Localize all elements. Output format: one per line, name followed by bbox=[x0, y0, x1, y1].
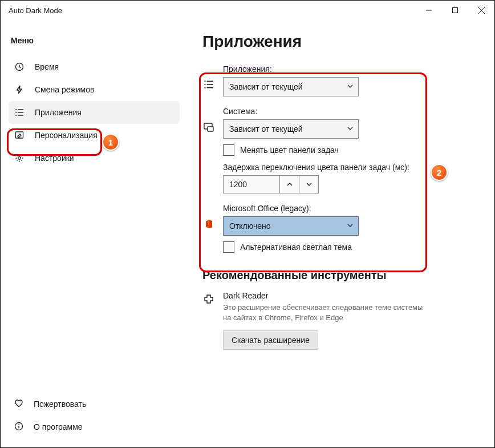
sidebar-item-label: Настройки bbox=[35, 154, 74, 163]
sidebar-item-settings[interactable]: Настройки bbox=[9, 147, 180, 169]
svg-rect-23 bbox=[208, 127, 213, 131]
svg-rect-10 bbox=[18, 115, 23, 115]
step-down-button[interactable] bbox=[299, 175, 319, 193]
svg-rect-21 bbox=[207, 87, 213, 88]
minimize-button[interactable] bbox=[416, 1, 442, 20]
svg-rect-20 bbox=[207, 84, 213, 85]
chevron-down-icon bbox=[347, 221, 354, 231]
office-label: Microsoft Office (legacy): bbox=[223, 204, 481, 213]
annotation-badge-2: 2 bbox=[431, 164, 448, 181]
select-value: Зависит от текущей bbox=[229, 124, 303, 134]
annotation-badge-1: 1 bbox=[102, 134, 119, 151]
checkbox-label: Альтернативная светлая тема bbox=[240, 243, 352, 252]
sidebar-item-label: Время bbox=[35, 62, 59, 71]
titlebar: Auto Dark Mode bbox=[1, 1, 494, 20]
svg-point-5 bbox=[15, 109, 17, 110]
apps-select[interactable]: Зависит от текущей bbox=[223, 77, 359, 96]
chevron-down-icon bbox=[347, 82, 354, 91]
window-controls bbox=[416, 1, 494, 20]
taskbar-color-checkbox[interactable] bbox=[223, 144, 234, 156]
chevron-down-icon bbox=[347, 124, 354, 134]
taskbar-color-checkbox-row: Менять цвет панели задач bbox=[223, 144, 481, 156]
checkbox-label: Менять цвет панели задач bbox=[240, 146, 339, 155]
tool-description: Это расширение обеспечивает следование т… bbox=[223, 302, 428, 322]
select-value: Зависит от текущей bbox=[229, 82, 303, 91]
gear-icon bbox=[14, 154, 25, 163]
alt-light-theme-checkbox-row: Альтернативная светлая тема bbox=[223, 241, 481, 253]
svg-rect-9 bbox=[18, 112, 23, 112]
sidebar-item-label: Смена режимов bbox=[35, 85, 94, 94]
svg-point-12 bbox=[18, 157, 21, 160]
tool-dark-reader: Dark Reader Это расширение обеспечивает … bbox=[202, 291, 481, 350]
system-label: Система: bbox=[223, 107, 481, 116]
sidebar-item-label: Персонализация bbox=[35, 131, 98, 140]
sidebar-item-about[interactable]: О программе bbox=[9, 415, 181, 438]
maximize-button[interactable] bbox=[442, 1, 468, 20]
heart-icon bbox=[14, 399, 23, 410]
sidebar-item-switch-modes[interactable]: Смена режимов bbox=[9, 78, 180, 101]
info-icon bbox=[14, 422, 23, 433]
svg-point-6 bbox=[15, 112, 17, 113]
sidebar-item-personalization[interactable]: Персонализация bbox=[9, 124, 180, 147]
alt-light-theme-checkbox[interactable] bbox=[223, 241, 234, 253]
sidebar: Меню Время Смена режимов bbox=[1, 20, 189, 447]
sidebar-item-label: Приложения bbox=[35, 108, 82, 117]
window-title: Auto Dark Mode bbox=[9, 6, 62, 15]
clock-icon bbox=[14, 62, 25, 71]
extension-icon bbox=[202, 291, 215, 305]
sidebar-item-apps[interactable]: Приложения bbox=[9, 101, 180, 124]
settings-block: Приложения: Зависит от текущей bbox=[202, 64, 481, 253]
apps-label: Приложения: bbox=[223, 64, 481, 74]
apps-list-icon bbox=[202, 64, 215, 90]
sidebar-bottom: Пожертвовать О программе bbox=[1, 393, 189, 447]
tools-heading: Рекомендованные инструменты bbox=[202, 269, 481, 282]
office-icon bbox=[202, 204, 215, 230]
svg-point-15 bbox=[18, 424, 19, 425]
svg-rect-1 bbox=[453, 8, 458, 13]
window: Auto Dark Mode Меню Время bbox=[0, 0, 495, 448]
menu-heading: Меню bbox=[1, 30, 189, 55]
edit-icon bbox=[14, 131, 25, 140]
sidebar-item-time[interactable]: Время bbox=[9, 55, 180, 78]
sidebar-item-donate[interactable]: Пожертвовать bbox=[9, 393, 181, 415]
svg-point-18 bbox=[204, 87, 205, 88]
sidebar-item-label: Пожертвовать bbox=[34, 399, 86, 409]
page-title: Приложения bbox=[202, 33, 481, 51]
office-select[interactable]: Отключено bbox=[223, 216, 359, 236]
close-button[interactable] bbox=[468, 1, 494, 20]
download-extension-button[interactable]: Скачать расширение bbox=[223, 330, 318, 350]
nav: Время Смена режимов Приложения bbox=[1, 55, 189, 169]
monitor-icon bbox=[202, 107, 215, 133]
tool-name: Dark Reader bbox=[223, 291, 428, 300]
spacer bbox=[1, 169, 189, 393]
svg-point-16 bbox=[204, 80, 205, 82]
sidebar-item-label: О программе bbox=[34, 422, 83, 431]
office-field: Microsoft Office (legacy): Отключено Аль… bbox=[202, 204, 481, 253]
content: Приложения Приложения: Зависит от текуще… bbox=[189, 20, 494, 447]
body: Меню Время Смена режимов bbox=[1, 20, 494, 447]
svg-rect-19 bbox=[207, 81, 213, 82]
svg-point-7 bbox=[15, 115, 17, 116]
select-value: Отключено bbox=[229, 221, 271, 231]
lightning-icon bbox=[14, 85, 25, 94]
apps-list-icon bbox=[14, 108, 25, 117]
svg-rect-8 bbox=[18, 109, 23, 110]
system-select[interactable]: Зависит от текущей bbox=[223, 119, 359, 139]
delay-value-input[interactable]: 1200 bbox=[223, 175, 280, 193]
step-up-button[interactable] bbox=[280, 175, 299, 193]
svg-point-17 bbox=[204, 84, 205, 85]
apps-field: Приложения: Зависит от текущей bbox=[202, 64, 481, 96]
